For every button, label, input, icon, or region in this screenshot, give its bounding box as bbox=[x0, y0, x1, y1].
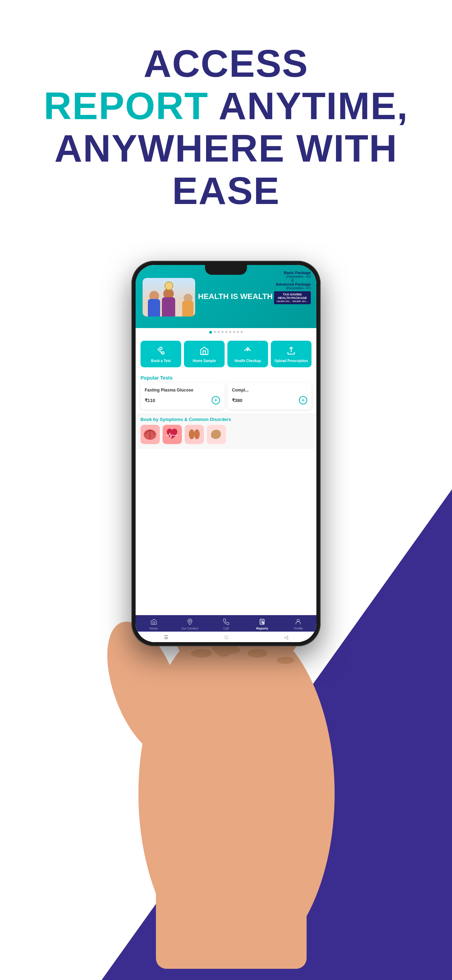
svg-line-28 bbox=[264, 623, 264, 624]
home-sample-label: Home Sample bbox=[193, 359, 216, 363]
svg-point-22 bbox=[189, 620, 191, 622]
nav-profile-label: Profile bbox=[294, 627, 303, 630]
phone-frame: HEALTH IS WEALTH Basic Package (Paramete… bbox=[131, 261, 321, 646]
dot-4 bbox=[221, 331, 224, 333]
popular-tests-header: Popular Tests bbox=[135, 372, 317, 383]
test-price-row-2: ₹380 + bbox=[232, 396, 307, 404]
tax-saving-line2: HEALTH PACKAGE bbox=[277, 296, 308, 300]
health-checkup-icon bbox=[242, 345, 254, 357]
svg-line-29 bbox=[263, 622, 264, 623]
home-icon bbox=[198, 345, 210, 357]
bottom-navigation: Home Our Centers bbox=[135, 615, 317, 632]
svg-rect-6 bbox=[156, 864, 307, 969]
symptom-brain[interactable] bbox=[140, 425, 160, 444]
phone-mockup: HEALTH IS WEALTH Basic Package (Paramete… bbox=[131, 261, 321, 646]
dot-9 bbox=[241, 331, 243, 333]
page-title: ACCESS REPORT ANYTIME, ANYWHERE WITH EAS… bbox=[28, 42, 424, 212]
svg-point-20 bbox=[189, 430, 194, 439]
nav-reports-label: Reports bbox=[256, 627, 268, 630]
test-name-2: Compl... bbox=[232, 388, 307, 393]
system-home-icon: □ bbox=[225, 635, 228, 640]
nav-home-icon bbox=[150, 618, 158, 626]
symptom-liver[interactable] bbox=[207, 425, 226, 444]
upload-prescription-button[interactable]: Upload Prescription bbox=[271, 341, 312, 368]
banner-packages: Basic Package (Parameters - 44) & Advanc… bbox=[274, 270, 311, 304]
svg-point-9 bbox=[248, 649, 267, 657]
test-card-1[interactable]: Fasting Plasma Glucose ₹110 + bbox=[140, 383, 224, 409]
symptom-heart[interactable] bbox=[162, 425, 182, 444]
nav-centers-icon bbox=[186, 618, 194, 626]
phone-system-bar: ☰ □ ◁ bbox=[135, 632, 317, 642]
book-test-label: Book a Test bbox=[151, 359, 170, 363]
symptom-kidney[interactable] bbox=[185, 425, 204, 444]
system-back-icon: ◁ bbox=[284, 635, 288, 640]
symptoms-section: Book by Symptoms & Common Disorders bbox=[135, 414, 317, 449]
app-content: HEALTH IS WEALTH Basic Package (Paramete… bbox=[135, 265, 317, 642]
dot-2 bbox=[214, 331, 216, 333]
system-menu-icon: ☰ bbox=[164, 635, 169, 640]
dot-1 bbox=[209, 331, 212, 334]
nav-reports-icon bbox=[258, 618, 266, 626]
nav-profile-icon bbox=[294, 618, 302, 626]
dot-3 bbox=[218, 331, 220, 333]
title-anytime: ANYTIME, bbox=[208, 84, 408, 127]
tax-saving-line1: TAX-SAVING bbox=[277, 293, 308, 296]
svg-point-7 bbox=[191, 649, 212, 657]
dot-6 bbox=[229, 331, 231, 333]
test-price-2: ₹380 bbox=[232, 398, 242, 403]
add-test-2-button[interactable]: + bbox=[299, 396, 307, 404]
page-container: ACCESS REPORT ANYTIME, ANYWHERE WITH EAS… bbox=[0, 0, 452, 980]
svg-point-15 bbox=[160, 347, 162, 350]
title-report: REPORT bbox=[44, 84, 208, 127]
svg-point-21 bbox=[194, 430, 200, 439]
nav-reports[interactable]: Reports bbox=[244, 618, 280, 630]
test-card-2[interactable]: Compl... ₹380 + bbox=[228, 383, 312, 409]
svg-point-10 bbox=[277, 657, 294, 664]
dot-5 bbox=[225, 331, 228, 333]
nav-centers-label: Our Centers bbox=[181, 627, 198, 630]
svg-point-30 bbox=[297, 619, 299, 622]
phone-screen: HEALTH IS WEALTH Basic Package (Paramete… bbox=[135, 265, 317, 642]
upload-prescription-label: Upload Prescription bbox=[274, 359, 308, 363]
tax-saving-badge: TAX-SAVING HEALTH PACKAGE Health bhi... … bbox=[274, 291, 311, 304]
health-checkup-button[interactable]: Health Checkup bbox=[228, 341, 268, 368]
nav-call-label: Call bbox=[223, 627, 229, 630]
health-checkup-label: Health Checkup bbox=[234, 359, 261, 363]
test-price-row-1: ₹110 + bbox=[145, 396, 220, 404]
package1-name: Basic Package bbox=[274, 270, 311, 275]
phone-hand-section: HEALTH IS WEALTH Basic Package (Paramete… bbox=[0, 233, 452, 969]
dot-8 bbox=[237, 331, 239, 333]
nav-profile[interactable]: Profile bbox=[280, 618, 317, 630]
banner-pagination bbox=[135, 328, 317, 336]
quick-actions: Book a Test Home Sample bbox=[135, 336, 317, 372]
nav-home[interactable]: Home bbox=[135, 618, 172, 630]
nav-home-label: Home bbox=[150, 627, 158, 630]
phone-notch bbox=[205, 265, 247, 275]
symptoms-icons-row bbox=[140, 422, 312, 447]
nav-centers[interactable]: Our Centers bbox=[172, 618, 208, 630]
nav-call[interactable]: Call bbox=[208, 618, 244, 630]
header-section: ACCESS REPORT ANYTIME, ANYWHERE WITH EAS… bbox=[0, 0, 452, 233]
package-divider: & bbox=[274, 278, 311, 282]
book-test-button[interactable]: Book a Test bbox=[140, 341, 181, 368]
add-test-1-button[interactable]: + bbox=[212, 396, 220, 404]
svg-point-8 bbox=[219, 646, 240, 654]
title-ease: EASE bbox=[172, 169, 280, 212]
tax-saving-sub: Health bhi... Wealth bhi... bbox=[277, 300, 308, 303]
svg-point-17 bbox=[247, 348, 249, 350]
package2-params: (Parameters - 67) bbox=[274, 286, 311, 290]
nav-call-icon bbox=[222, 618, 230, 626]
title-access: ACCESS bbox=[144, 42, 308, 85]
popular-tests-title: Popular Tests bbox=[140, 375, 312, 381]
package1-params: (Parameters - 44) bbox=[274, 275, 311, 278]
tests-row: Fasting Plasma Glucose ₹110 + Compl... ₹… bbox=[135, 383, 317, 414]
upload-icon bbox=[285, 345, 297, 357]
home-sample-button[interactable]: Home Sample bbox=[184, 341, 224, 368]
dot-7 bbox=[233, 331, 235, 333]
package2-name: Advanced Package bbox=[274, 282, 311, 286]
title-anywhere: ANYWHERE WITH bbox=[54, 127, 397, 170]
symptoms-title: Book by Symptoms & Common Disorders bbox=[140, 417, 312, 422]
test-name-1: Fasting Plasma Glucose bbox=[145, 388, 220, 393]
stethoscope-icon bbox=[155, 345, 167, 357]
test-price-1: ₹110 bbox=[145, 398, 155, 403]
